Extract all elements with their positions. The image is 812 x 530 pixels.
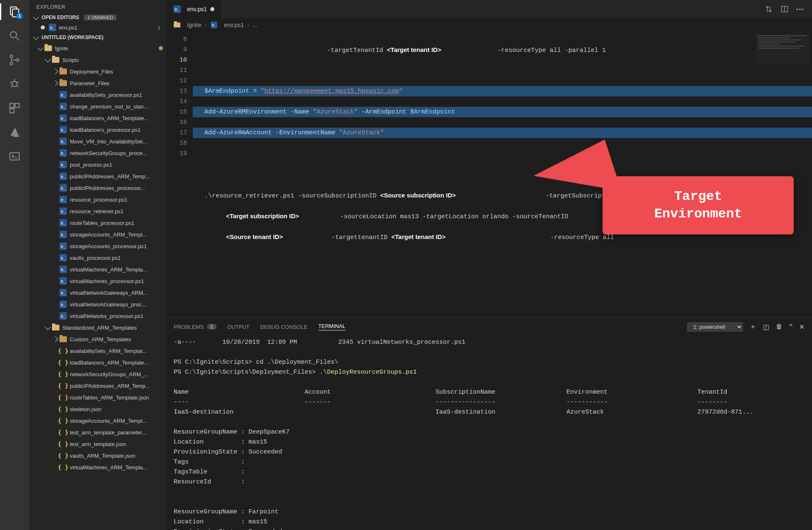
folder-icon xyxy=(52,323,60,332)
file-item[interactable]: ≥_routeTables_processor.ps1 xyxy=(29,217,166,229)
kill-terminal-icon[interactable]: 🗑 xyxy=(776,323,782,330)
file-tree: Ignite Scripts Deployment_Files Paramete… xyxy=(29,42,166,530)
svg-point-5 xyxy=(10,62,12,65)
file-item[interactable]: ≥_Move_VM_Into_AvailabilitySet... xyxy=(29,136,166,147)
svg-rect-15 xyxy=(10,108,14,113)
file-item[interactable]: ≥_vaults_processor.ps1 xyxy=(29,252,166,264)
file-item[interactable]: ≥_networkSecurityGroups_proce... xyxy=(29,147,166,159)
tab-modified-dot-icon xyxy=(210,7,214,11)
svg-line-9 xyxy=(10,82,12,83)
svg-point-6 xyxy=(16,59,19,61)
powershell-file-icon: ≥_ xyxy=(59,91,67,99)
file-item[interactable]: { }networkSecurityGroups_ARM_... xyxy=(29,368,166,380)
azure-icon[interactable] xyxy=(8,126,21,139)
file-item[interactable]: ≥_storageAccounts_processor.ps1 xyxy=(29,240,166,252)
folder-parameter[interactable]: Parameter_Files xyxy=(29,77,166,89)
file-item[interactable]: { }skeleton.json xyxy=(29,403,166,415)
explorer-icon[interactable]: 1 xyxy=(8,5,21,18)
powershell-file-icon: ≥_ xyxy=(59,300,67,308)
json-file-icon: { } xyxy=(59,451,67,460)
new-terminal-icon[interactable]: ＋ xyxy=(750,323,756,331)
powershell-activity-icon[interactable] xyxy=(8,150,21,163)
json-file-icon: { } xyxy=(59,347,67,355)
file-item[interactable]: { }storageAccounts_ARM_Templ... xyxy=(29,415,166,426)
file-item[interactable]: { }publicIPAddresses_ARM_Temp... xyxy=(29,380,166,392)
powershell-file-icon: ≥_ xyxy=(59,195,67,204)
file-item[interactable]: { }routeTables_ARM_Template.json xyxy=(29,392,166,403)
powershell-file-icon: ≥_ xyxy=(59,149,67,157)
folder-icon xyxy=(59,79,67,87)
folder-scripts[interactable]: Scripts xyxy=(29,54,166,66)
json-file-icon: { } xyxy=(59,417,67,425)
file-item[interactable]: ≥_loadBalancers_processor.ps1 xyxy=(29,124,166,136)
split-terminal-icon[interactable]: ◫ xyxy=(763,323,769,331)
debug-icon[interactable] xyxy=(8,77,21,91)
file-item[interactable]: { }availabilitySets_ARM_Templat... xyxy=(29,345,166,357)
file-item[interactable]: ≥_virtualMachines_processor.ps1 xyxy=(29,275,166,287)
powershell-file-icon: ≥_ xyxy=(59,184,67,192)
file-item[interactable]: ≥_storageAccounts_ARM_Templ... xyxy=(29,229,166,240)
file-item[interactable]: { }virtualMachines_ARM_Templa... xyxy=(29,461,166,473)
editor-area: ≥_ env.ps1 ••• Ignite› ≥_ env.ps1›... 89… xyxy=(166,0,812,530)
extensions-icon[interactable] xyxy=(8,101,21,115)
source-control-icon[interactable] xyxy=(8,53,21,67)
svg-point-2 xyxy=(10,32,17,38)
file-item[interactable]: ≥_virtualMachines_ARM_Templa... xyxy=(29,264,166,275)
file-item[interactable]: ≥_virtualNetworkGateways_proc... xyxy=(29,298,166,310)
modified-dot-icon xyxy=(41,25,45,30)
file-item[interactable]: { }test_arm_template.json xyxy=(29,438,166,450)
tab-output[interactable]: OUTPUT xyxy=(227,324,249,330)
svg-line-10 xyxy=(17,82,19,83)
breadcrumb[interactable]: Ignite› ≥_ env.ps1›... xyxy=(166,18,812,32)
json-file-icon: { } xyxy=(59,428,67,436)
tab-env-ps1[interactable]: ≥_ env.ps1 xyxy=(166,0,221,18)
editor-tabbar: ≥_ env.ps1 ••• xyxy=(166,0,812,18)
close-panel-icon[interactable]: ✕ xyxy=(799,323,805,331)
folder-custom-templates[interactable]: Custom_ARM_Templates xyxy=(29,333,166,345)
activity-bar: 1 xyxy=(0,0,29,530)
tab-debug-console[interactable]: DEBUG CONSOLE xyxy=(260,324,307,330)
file-item[interactable]: { }test_arm_template_parameter... xyxy=(29,426,166,438)
compare-changes-icon[interactable] xyxy=(765,5,773,13)
more-actions-icon[interactable]: ••• xyxy=(796,5,805,13)
file-item[interactable]: ≥_publicIPAddresses_processor... xyxy=(29,182,166,194)
terminal-output[interactable]: -a---- 10/28/2019 12:09 PM 2345 virtualN… xyxy=(166,336,812,530)
file-item[interactable]: ≥_availabilitySets_processor.ps1 xyxy=(29,89,166,101)
file-item[interactable]: { }vaults_ARM_Template.json xyxy=(29,450,166,461)
file-item[interactable]: ≥_change_premium_ssd_to_stan... xyxy=(29,101,166,112)
file-item[interactable]: ≥_loadBalancers_ARM_Template... xyxy=(29,112,166,124)
file-item[interactable]: ≥_resource_retriever.ps1 xyxy=(29,205,166,217)
tab-terminal[interactable]: TERMINAL xyxy=(318,323,346,330)
folder-deployment[interactable]: Deployment_Files xyxy=(29,66,166,77)
file-item[interactable]: ≥_virtualNetworkGateways_ARM... xyxy=(29,287,166,298)
code-editor[interactable]: 8910111213141516171819 -targetTenantId <… xyxy=(166,32,812,317)
maximize-panel-icon[interactable]: ^ xyxy=(789,323,792,330)
folder-ignite[interactable]: Ignite xyxy=(29,42,166,54)
file-item[interactable]: ≥_publicIPAddresses_ARM_Temp... xyxy=(29,170,166,182)
powershell-file-icon: ≥_ xyxy=(59,126,67,134)
json-file-icon: { } xyxy=(59,358,67,367)
file-item[interactable]: ≥_resource_processor.ps1 xyxy=(29,194,166,205)
split-editor-icon[interactable] xyxy=(780,5,789,13)
json-file-icon: { } xyxy=(59,440,67,448)
open-editors-header[interactable]: OPEN EDITORS 1 UNSAVED xyxy=(29,13,166,22)
svg-rect-14 xyxy=(15,104,19,108)
file-item[interactable]: ≥_post_process.ps1 xyxy=(29,159,166,170)
panel-tabs: PROBLEMS1 OUTPUT DEBUG CONSOLE TERMINAL … xyxy=(166,318,812,336)
folder-icon xyxy=(44,44,52,52)
file-item[interactable]: ≥_virtualNetworks_processor.ps1 xyxy=(29,310,166,322)
search-icon[interactable] xyxy=(8,29,21,42)
unsaved-badge: 1 UNSAVED xyxy=(84,15,116,20)
file-item[interactable]: { }loadBalancers_ARM_Template... xyxy=(29,357,166,368)
line-gutter: 8910111213141516171819 xyxy=(166,32,193,317)
folder-std-templates[interactable]: Standardized_ARM_Templates xyxy=(29,322,166,333)
explorer-sidebar: EXPLORER OPEN EDITORS 1 UNSAVED ≥_ env.p… xyxy=(29,0,166,530)
tab-problems[interactable]: PROBLEMS1 xyxy=(174,324,217,330)
terminal-selector[interactable]: 1: powershell xyxy=(687,322,743,332)
minimap[interactable] xyxy=(755,34,810,63)
svg-line-3 xyxy=(16,37,20,41)
workspace-header[interactable]: UNTITLED (WORKSPACE) xyxy=(29,33,166,42)
bottom-panel: PROBLEMS1 OUTPUT DEBUG CONSOLE TERMINAL … xyxy=(166,317,812,530)
powershell-file-icon: ≥_ xyxy=(48,23,57,32)
open-editor-item[interactable]: ≥_ env.ps1 1 xyxy=(29,22,166,33)
